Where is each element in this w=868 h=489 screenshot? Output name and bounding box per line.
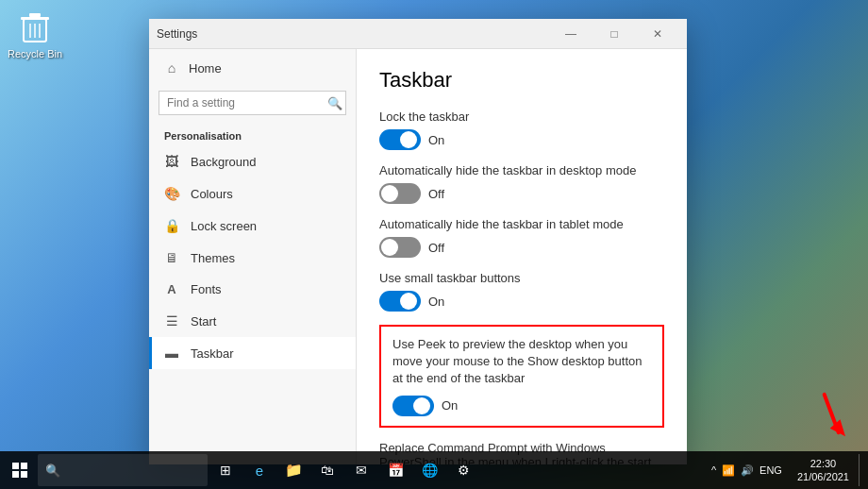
taskbar-sys-icons: ^ 📶 🔊 ENG: [711, 464, 782, 477]
toggle-track[interactable]: [379, 291, 421, 312]
sidebar-item-fonts[interactable]: A Fonts: [149, 274, 356, 305]
close-button[interactable]: ✕: [636, 19, 679, 49]
mail-icon: ✉: [356, 463, 367, 478]
svg-rect-11: [21, 471, 27, 478]
toggle-thumb: [400, 293, 417, 310]
toggle-thumb: [413, 397, 430, 414]
svg-rect-8: [12, 463, 19, 469]
sidebar-section-title: Personalisation: [149, 123, 356, 145]
file-explorer-icon: 📁: [285, 462, 303, 479]
toggle-hide-desktop: Off: [379, 183, 664, 204]
sidebar: ⌂ Home 🔍 Personalisation 🖼 Background 🎨 …: [149, 49, 357, 464]
search-input[interactable]: [159, 91, 346, 115]
toggle-value: On: [442, 398, 458, 413]
setting-label: Use small taskbar buttons: [379, 271, 664, 285]
setting-hide-desktop: Automatically hide the taskbar in deskto…: [379, 163, 664, 204]
background-icon: 🖼: [164, 154, 179, 169]
setting-label: Lock the taskbar: [379, 110, 664, 124]
chrome-icon: 🌐: [422, 463, 438, 478]
sidebar-item-background[interactable]: 🖼 Background: [149, 145, 356, 177]
toggle-track[interactable]: [379, 129, 421, 150]
taskbar-task-view[interactable]: ⊞: [209, 454, 242, 486]
taskbar-settings[interactable]: ⚙: [447, 454, 479, 486]
home-label: Home: [189, 61, 222, 76]
window-title: Settings: [157, 27, 549, 41]
taskbar: 🔍 ⊞ e 📁 🛍 ✉ 📅 🌐: [0, 451, 868, 489]
page-title: Taskbar: [379, 68, 664, 93]
fonts-icon: A: [164, 282, 179, 296]
taskbar-edge[interactable]: e: [243, 454, 275, 486]
svg-rect-1: [21, 17, 49, 20]
red-arrow: [807, 389, 858, 451]
start-button[interactable]: [4, 454, 36, 486]
setting-peek-highlighted: Use Peek to preview the desktop when you…: [379, 325, 664, 428]
maximize-button[interactable]: □: [593, 19, 636, 49]
taskbar-left: 🔍 ⊞ e 📁 🛍 ✉ 📅 🌐: [4, 454, 479, 486]
sidebar-item-colours[interactable]: 🎨 Colours: [149, 177, 356, 210]
toggle-thumb: [381, 239, 398, 256]
toggle-lock-taskbar: On: [379, 129, 664, 150]
taskbar-chrome[interactable]: 🌐: [413, 454, 445, 486]
sidebar-item-lock-screen[interactable]: 🔒 Lock screen: [149, 210, 356, 242]
task-view-icon: ⊞: [220, 463, 231, 478]
toggle-peek: On: [392, 396, 651, 416]
store-icon: 🛍: [321, 463, 334, 478]
minimize-button[interactable]: —: [549, 19, 593, 49]
sidebar-item-taskbar[interactable]: ▬ Taskbar: [149, 337, 356, 369]
settings-window: Settings — □ ✕ ⌂ Home 🔍 Personalisation: [149, 19, 687, 464]
svg-rect-10: [12, 471, 19, 478]
home-icon: ⌂: [164, 60, 179, 76]
language-indicator: ENG: [760, 464, 782, 476]
setting-label: Automatically hide the taskbar in tablet…: [379, 217, 664, 231]
taskbar-file-explorer[interactable]: 📁: [277, 454, 309, 486]
toggle-value: Off: [428, 241, 444, 255]
title-bar-buttons: — □ ✕: [549, 19, 679, 49]
search-icon: 🔍: [327, 96, 342, 110]
title-bar: Settings — □ ✕: [149, 19, 687, 49]
toggle-track[interactable]: [379, 183, 421, 204]
toggle-thumb: [400, 131, 417, 148]
search-icon: 🔍: [45, 464, 60, 478]
svg-marker-7: [829, 417, 850, 436]
toggle-track[interactable]: [379, 237, 421, 258]
sidebar-item-label: Lock screen: [191, 219, 257, 233]
taskbar-clock[interactable]: 22:30 21/06/2021: [792, 457, 855, 484]
taskbar-mail[interactable]: ✉: [345, 454, 377, 486]
setting-hide-tablet: Automatically hide the taskbar in tablet…: [379, 217, 664, 258]
sidebar-item-label: Colours: [191, 187, 233, 201]
taskbar-store[interactable]: 🛍: [311, 454, 343, 486]
sidebar-item-label: Themes: [191, 251, 235, 265]
volume-icon[interactable]: 🔊: [741, 464, 754, 477]
sidebar-item-start[interactable]: ☰ Start: [149, 305, 356, 337]
sidebar-item-label: Background: [191, 155, 256, 169]
toggle-value: Off: [428, 187, 444, 201]
toggle-hide-tablet: Off: [379, 237, 664, 258]
date-display: 21/06/2021: [797, 470, 849, 483]
edge-icon: e: [256, 463, 263, 479]
sidebar-home[interactable]: ⌂ Home: [149, 49, 356, 87]
sidebar-item-label: Fonts: [191, 282, 222, 296]
sidebar-item-label: Start: [191, 314, 216, 329]
sidebar-item-label: Taskbar: [191, 346, 234, 361]
chevron-up-icon[interactable]: ^: [711, 464, 716, 476]
setting-lock-taskbar: Lock the taskbar On: [379, 110, 664, 150]
colours-icon: 🎨: [164, 186, 179, 201]
svg-line-6: [816, 395, 847, 432]
desktop: Recycle Bin Settings — □ ✕ ⌂ Home 🔍: [0, 0, 868, 489]
svg-rect-2: [29, 13, 41, 17]
sidebar-item-themes[interactable]: 🖥 Themes: [149, 242, 356, 274]
taskbar-calendar[interactable]: 📅: [379, 454, 411, 486]
network-icon: 📶: [722, 464, 735, 477]
taskbar-icon: ▬: [164, 346, 179, 361]
recycle-bin[interactable]: Recycle Bin: [8, 8, 62, 59]
setting-label: Automatically hide the taskbar in deskto…: [379, 163, 664, 177]
taskbar-search[interactable]: 🔍: [38, 454, 208, 486]
window-body: ⌂ Home 🔍 Personalisation 🖼 Background 🎨 …: [149, 49, 687, 464]
setting-label: Use Peek to preview the desktop when you…: [392, 336, 651, 388]
themes-icon: 🖥: [164, 250, 179, 265]
show-desktop-button[interactable]: [859, 454, 864, 486]
toggle-value: On: [428, 133, 444, 147]
toggle-small-buttons: On: [379, 291, 664, 312]
time-display: 22:30: [810, 457, 837, 470]
toggle-track[interactable]: [392, 396, 434, 416]
